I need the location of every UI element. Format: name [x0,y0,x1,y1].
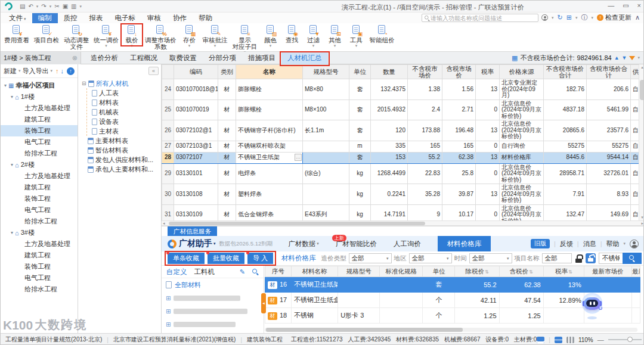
caret-down-icon[interactable]: ▾ [637,55,640,60]
tab-人材机汇总[interactable]: 人材机汇总 [281,52,328,64]
tree-item-给排水工程[interactable]: 给排水工程 [1,148,78,159]
sync-icon[interactable]: ↻ [557,14,562,21]
col-header-序号[interactable]: 序号 [265,266,292,277]
col-header-标准化规格[interactable]: 标准化规格 [380,266,423,277]
rcj-root[interactable]: ⊟所有人材机 [78,79,161,88]
tree-item-给排水工程[interactable]: 给排水工程 [1,216,78,227]
new-button[interactable]: 新建 [4,67,17,76]
expand-all-icon[interactable]: ↑ [67,67,75,75]
category-item[interactable]: ⊞ [162,291,264,304]
menu-item-帮助[interactable]: 帮助 [193,13,218,23]
caret-down-icon[interactable]: ▾ [51,69,53,73]
search-button[interactable] [623,253,642,264]
tree-building-1#楼[interactable]: ▾⌂1#楼 [1,91,78,102]
rcj-item-承包人主要材料和...[interactable]: 承包人主要材料和... [78,164,161,174]
caret-down-icon[interactable]: ▾ [575,15,578,20]
tree-item-电气工程[interactable]: 电气工程 [1,272,78,284]
menu-item-编制[interactable]: 编制 [32,13,58,23]
layout-split-icon[interactable] [555,337,562,343]
tool-button-more[interactable]: ⊞其他▾ [324,23,346,48]
move-up-icon[interactable]: ↑ [55,67,59,74]
caret-down-icon[interactable]: ▾ [552,15,554,20]
move-down-icon[interactable]: ▼ [622,55,627,61]
category-item[interactable]: ⊞ [162,318,264,331]
minimize-button[interactable]: — [608,2,614,10]
rcj-item-主要材料表[interactable]: 主要材料表 [78,136,161,145]
category-item[interactable]: ⊞ [162,304,264,318]
message-link[interactable]: 消息 [583,240,596,248]
save-icon[interactable]: ▤ [20,4,25,10]
gc-service-tab[interactable]: 广材信息服务 [168,226,217,236]
table-row[interactable]: 2903130101材电焊条(综合)kg1268.449922.8325.80北… [162,163,639,184]
maximize-button[interactable]: ▭ [623,2,628,10]
table-row[interactable]: 3003130108材塑料焊条kg0.224135.2839.8713北京信息价… [162,184,639,205]
lock-icon[interactable] [575,254,583,263]
tree-item-建筑工程[interactable]: 建筑工程 [1,114,78,125]
collapse-left-icon[interactable]: « [148,67,159,75]
col-header-类别[interactable]: 类别 [218,65,236,79]
caret-down-icon[interactable]: ▾ [80,4,82,9]
menu-item-审核[interactable]: 审核 [141,13,167,23]
tree-item-建筑工程[interactable]: 建筑工程 [1,250,78,261]
collapse-panel-icon[interactable]: ⊗ [72,54,78,62]
rcj-item-人工表[interactable]: 人工表 [87,88,161,98]
col-header-税率[interactable]: 税率 [476,65,500,79]
table-row[interactable]: 2803072107材不锈钢卫生纸架…套15355.262.3813材料价格库8… [162,152,639,163]
rcj-item-发包人供应材料和...[interactable]: 发包人供应材料和... [78,155,161,164]
panel-collapse-handle[interactable]: ◂ [261,293,266,313]
gc-nav-材料价格库[interactable]: 材料价格库 [438,236,491,251]
filter-select-造价类型[interactable]: 全部▾ [349,253,392,263]
scroll-up-icon[interactable]: ▴ [640,65,644,70]
scrollbar-thumb[interactable] [266,328,463,332]
layout-single-icon[interactable] [537,337,544,343]
caret-down-icon[interactable]: ▾ [49,4,52,9]
rcj-item-材料表[interactable]: 材料表 [87,98,161,107]
gc-nav-广材智能比价[interactable]: 广材智能比价上新 [336,240,377,248]
tree-item-土方及地基处理[interactable]: 土方及地基处理 [1,238,78,250]
tab-glj[interactable]: 工料机 [194,268,215,276]
table-row[interactable]: 2603072102@1材不锈钢帘子杆(浴巾杆)长1.1m套120173.881… [162,120,639,141]
col-header-含税市场价合计[interactable]: 含税市场价合计 [587,65,631,79]
tool-button-review-note[interactable]: ✎审核批注▾ [200,23,230,48]
caret-down-icon[interactable]: ▾ [36,4,39,9]
scroll-right-icon[interactable]: ▸ [641,221,643,226]
old-version-button[interactable]: 旧版 [531,239,550,248]
user-avatar-icon[interactable] [541,14,548,21]
price-row[interactable]: 材16不锈钢卫生纸架套55.262.3813% [265,277,640,293]
category-item[interactable]: 全部材料 [162,278,264,291]
col-header-税率[interactable]: 税率⇅ [543,266,584,277]
tool-button-load-price[interactable]: ↓载价▾ [121,23,143,48]
scroll-down-icon[interactable]: ▾ [640,215,644,220]
ellipsis-button[interactable]: … [295,154,302,161]
tab-分部分项[interactable]: 分部分项 [203,52,242,64]
tab-工程概况[interactable]: 工程概况 [124,52,163,64]
tree-item-土方及地基处理[interactable]: 土方及地基处理 [1,170,78,182]
check-update-button[interactable]: 检查更新 [597,13,631,22]
col-header-除税价[interactable]: 除税价⇅ [455,266,499,277]
col-header-供[interactable]: 供 [631,65,639,79]
move-down-icon[interactable]: ↓ [61,67,64,74]
material-search-input[interactable] [599,253,623,264]
sort-icon[interactable]: ⇅ [529,269,533,275]
rcj-item-暂估材料表[interactable]: 暂估材料表 [78,145,161,155]
tool-button-smart-pricing[interactable]: ◔智能组价 [367,23,397,43]
col-header-价格来源[interactable]: 价格来源 [500,65,544,79]
col-header-规格型号[interactable]: 规格型号 [338,266,380,277]
menu-item-协作[interactable]: 协作 [167,13,193,23]
redo-icon[interactable]: ↷ [41,4,46,10]
undo-icon[interactable]: ↶ [28,4,33,10]
col-header-单位[interactable]: 单位 [423,266,455,277]
tab-custom[interactable]: 自定义 [166,268,187,276]
table-row[interactable]: 240301070018@1材膨胀螺栓M8×80套132.43751.381.5… [162,79,639,100]
tab-造价分析[interactable]: 造价分析 [85,52,124,64]
table-row[interactable]: 250301070019材膨胀螺栓M8×100套2015.49322.42.71… [162,100,639,120]
menu-item-报表[interactable]: 报表 [83,13,109,23]
tool-button-tools[interactable]: ▣工具▾ [346,23,367,48]
menu-item-文件[interactable]: 文件 [3,13,32,23]
gc-nav-广材数据[interactable]: 广材数据▾ [288,240,319,248]
action-button-单条收藏[interactable]: 单条收藏 [168,253,205,264]
gc-avatar-icon[interactable] [630,240,639,248]
tool-button-filter[interactable]: ▼过滤▾ [303,23,324,48]
apps-icon[interactable]: ⊞ [566,14,572,21]
rcj-item-主材表[interactable]: 主材表 [87,126,161,136]
